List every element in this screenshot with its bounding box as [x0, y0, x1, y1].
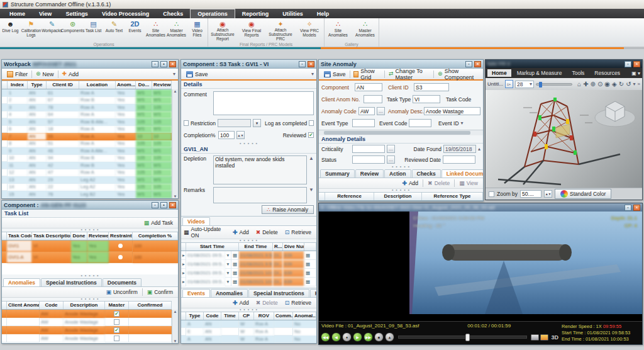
dropdown-icon[interactable]: ▾ [633, 81, 636, 87]
overflow-icon[interactable]: » [638, 81, 640, 87]
master-checkbox[interactable] [114, 319, 119, 325]
table-row[interactable]: 7 AN 55 Row A Yes 10 10 [2, 133, 172, 140]
transport-button[interactable]: ● [342, 332, 352, 342]
spinner-arrows-icon[interactable]: ▲▼ [544, 190, 552, 198]
add-button[interactable]: ✚Add [60, 69, 82, 79]
camera-icon[interactable]: ▣ ▾ [631, 71, 640, 76]
tab-tools[interactable]: Tools [567, 69, 589, 77]
log-completed-checkbox[interactable] [309, 120, 314, 126]
event-code-field[interactable] [409, 119, 431, 127]
table-row[interactable]: AW Anode Wastage [2, 334, 172, 342]
tab[interactable]: Checks [412, 169, 441, 178]
column-header[interactable]: Do... [136, 81, 152, 89]
ribbon-button[interactable]: ✎ Workpacks [42, 19, 62, 42]
criticality-field[interactable] [352, 145, 385, 153]
doc-view-button[interactable]: ▦View [457, 179, 480, 188]
anomaly-code-field[interactable]: AW [358, 107, 375, 115]
lookup-icon[interactable]: … [387, 145, 395, 153]
nav-tool-icon[interactable]: ↻ [619, 81, 624, 87]
column-header[interactable]: Anomal... [293, 312, 316, 320]
dropdown-icon[interactable]: ▾ [253, 119, 261, 127]
menu-item[interactable]: Utilities [275, 9, 310, 18]
column-header[interactable]: Reviewed [87, 232, 109, 240]
table-row[interactable]: 9 AN 46 Row A Alte... Yes WS WS [2, 147, 172, 155]
video-row[interactable]: ▸ 01/08/2021 09:5... ▾ ▦ 01/08/2021 10:0… [181, 269, 316, 278]
remarks-field[interactable] [213, 187, 307, 203]
master-checkbox[interactable] [114, 336, 119, 341]
ribbon-button[interactable]: ◉ Attach Substructure Report [208, 19, 237, 42]
column-header[interactable]: Anom... [116, 81, 136, 89]
video-delete-button[interactable]: ✖Delete [253, 228, 280, 237]
maximize-icon[interactable]: ▫ [465, 61, 472, 67]
maximize-icon[interactable]: ▫ [152, 61, 158, 67]
column-header[interactable]: Index [8, 81, 28, 89]
menu-item[interactable]: Operations [190, 9, 235, 18]
comment-field[interactable] [213, 91, 314, 115]
maximize-icon[interactable]: ▫ [625, 205, 631, 211]
column-header[interactable]: Comm... [274, 312, 293, 320]
date-found-field[interactable]: 19/05/2018 [443, 145, 476, 153]
add-task-button[interactable]: ▦Add Task [142, 218, 175, 228]
video-retrieve-button[interactable]: ⊡Retrieve [282, 228, 314, 237]
reviewed-date-field[interactable] [443, 155, 475, 164]
close-icon[interactable]: × [308, 61, 314, 67]
new-button[interactable]: ⊛New [33, 69, 57, 79]
tab[interactable]: Linked Documents [441, 169, 484, 178]
column-header[interactable]: Type [186, 312, 204, 320]
column-header[interactable]: Time [221, 312, 239, 320]
ribbon-button[interactable]: ∴ Site Anomalies [325, 19, 352, 42]
master-checkbox[interactable]: ✔ [114, 311, 119, 317]
tab-home[interactable]: Home [487, 69, 511, 77]
column-header[interactable]: Reference Type [422, 193, 483, 200]
table-row[interactable]: 14 AN 22 Leg A2 Yes 105 105 [2, 184, 172, 191]
dropdown-icon[interactable]: ▾ [225, 251, 231, 260]
column-header[interactable]: Code [40, 302, 64, 309]
tab[interactable]: Review [355, 169, 384, 178]
menu-item[interactable]: Checks [156, 9, 190, 18]
viewport-3d[interactable] [486, 90, 642, 188]
pin-icon[interactable]: ▪ [160, 61, 167, 67]
column-header[interactable]: CP [239, 312, 254, 320]
lookup-icon[interactable]: … [387, 155, 395, 164]
menu-item[interactable]: Video Processing [95, 9, 156, 18]
column-header[interactable]: Reviewed [152, 81, 172, 89]
ribbon-button[interactable]: 2D Events [125, 19, 145, 42]
event-add-button[interactable]: ✚Add [230, 298, 252, 308]
horizontal-scrollbar[interactable] [319, 130, 483, 135]
column-header[interactable]: Task Description [32, 232, 71, 240]
view-slider[interactable] [536, 83, 572, 86]
zoom-by-checkbox[interactable] [489, 191, 494, 197]
nav-tool-icon[interactable]: ⊕ [591, 81, 596, 87]
event-type-field[interactable] [352, 119, 375, 127]
column-header[interactable]: Start Time [186, 243, 239, 251]
nav-tool-icon[interactable]: ✚ [583, 81, 588, 87]
tab-videos[interactable]: Videos [182, 217, 210, 225]
column-header[interactable]: Description [374, 193, 422, 200]
event-row[interactable]: E AN W Rov A No [181, 328, 316, 336]
column-header[interactable]: R... [273, 243, 283, 251]
gallery-icon[interactable] [540, 334, 548, 341]
event-row[interactable]: A AN W Rov A No [181, 336, 316, 343]
event-retrieve-button[interactable]: ⊡Retrieve [282, 298, 314, 308]
doc-add-button[interactable]: ✚Add [399, 179, 421, 188]
maximize-icon[interactable]: ▫ [299, 61, 306, 67]
spinner-arrows-icon[interactable]: ▲▼ [236, 131, 245, 139]
video-row[interactable]: ▸ 01/08/2021 09:5... ▾ ▦ 01/08/2021 9:58… [181, 251, 316, 260]
master-checkbox[interactable]: ✔ [114, 327, 119, 333]
dropdown-icon[interactable]: ▾ [225, 278, 231, 286]
video-frame[interactable]: DTime : 01/08/2021 9:59:55 PM Heading : … [319, 212, 642, 321]
horizontal-scrollbar[interactable] [319, 201, 483, 201]
ribbon-button[interactable]: ∴ Master Anomalies [166, 19, 187, 42]
table-row[interactable]: 6 AN 18 Row A Yes WS WS [2, 126, 172, 133]
video-row[interactable]: ▸ 01/08/2021 09:5... ▾ ▦ 01/08/2021 9:59… [181, 260, 316, 269]
nav-tool-icon[interactable]: ⌂ [577, 81, 581, 87]
snapshot-icon[interactable] [531, 334, 539, 341]
nav-tool-icon[interactable]: ◉ [604, 81, 610, 87]
change-to-master-button[interactable]: ⇄Change To Master [386, 69, 432, 79]
column-header[interactable]: Done [71, 232, 87, 240]
tab[interactable]: Documents [103, 278, 142, 286]
close-icon[interactable]: × [169, 202, 176, 208]
table-row[interactable]: 4 AN 64 Row A Yes WS WS [2, 111, 172, 119]
column-header[interactable]: Code [204, 312, 221, 320]
column-header[interactable]: Master [105, 302, 129, 309]
